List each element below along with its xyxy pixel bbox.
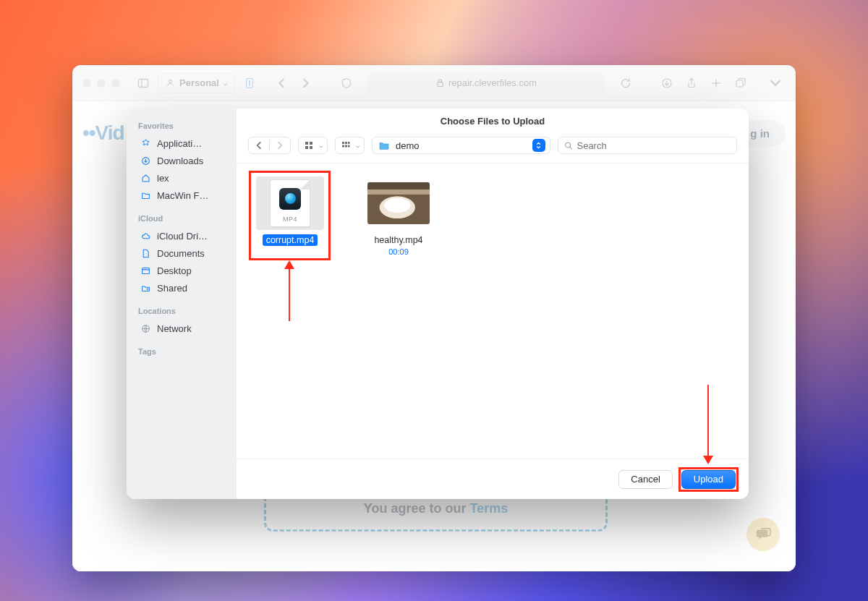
sidebar-item-documents[interactable]: Documents	[138, 244, 231, 262]
quicktime-icon	[279, 188, 301, 210]
annotation-arrow	[289, 265, 290, 321]
tab-overview-icon[interactable]	[731, 73, 751, 93]
sidebar-item-downloads[interactable]: Downloads	[138, 152, 231, 169]
minimize-dot[interactable]	[97, 79, 106, 88]
close-dot[interactable]	[82, 79, 91, 88]
doc-icon	[140, 247, 151, 259]
svg-rect-9	[142, 268, 149, 273]
dialog-toolbar: ⌵ ⌵ demo	[237, 131, 749, 163]
svg-point-2	[169, 80, 171, 82]
group-icon	[336, 137, 356, 153]
folder-icon	[140, 189, 151, 201]
search-field[interactable]	[558, 137, 738, 154]
svg-line-24	[569, 147, 571, 149]
sidebar-item-shared[interactable]: Shared	[138, 279, 231, 297]
safari-titlebar: Personal ⌵ repair.cleverfiles.com	[72, 65, 796, 101]
updown-icon	[532, 139, 545, 152]
folder-path-dropdown[interactable]: demo	[372, 137, 550, 154]
profile-button[interactable]: Personal ⌵	[158, 73, 235, 93]
download-icon	[140, 155, 151, 166]
svg-rect-14	[310, 142, 312, 145]
search-input[interactable]	[576, 140, 731, 151]
group-segment[interactable]: ⌵	[335, 137, 365, 154]
window-traffic-lights[interactable]	[82, 79, 120, 88]
svg-rect-22	[348, 145, 350, 148]
svg-rect-13	[305, 142, 308, 145]
share-icon[interactable]	[681, 73, 702, 93]
chevron-down-icon: ⌵	[356, 142, 364, 149]
sidebar-header-locations: Locations	[138, 307, 231, 315]
sidebar-toggle-icon[interactable]	[133, 73, 153, 93]
reload-icon[interactable]	[616, 73, 636, 93]
sidebar-item-icloud-drive[interactable]: iCloud Dri…	[138, 227, 231, 244]
sidebar-item-macwin[interactable]: MacWin F…	[138, 187, 231, 204]
video-thumbnail	[367, 182, 430, 224]
terms-text: You agree to our Terms	[364, 501, 508, 516]
shared-icon	[140, 282, 151, 294]
profile-label: Personal	[179, 77, 219, 88]
file-item-corrupt[interactable]: MP4 corrupt.mp4	[247, 176, 333, 246]
desktop-icon	[140, 265, 151, 276]
annotation-arrow	[707, 385, 709, 457]
site-logo: ••Vid	[82, 122, 124, 145]
url-host: repair.cleverfiles.com	[448, 77, 537, 88]
dialog-title: Choose Files to Upload	[237, 108, 749, 131]
new-tab-icon[interactable]	[706, 73, 726, 93]
globe-icon	[140, 323, 151, 334]
chat-icon[interactable]	[746, 518, 780, 551]
svg-rect-21	[345, 145, 347, 148]
annotation-arrowhead	[703, 456, 713, 464]
dialog-main: Choose Files to Upload ⌵ ⌵ demo	[237, 108, 749, 499]
file-name-label: healthy.mp4	[370, 234, 426, 246]
sidebar-item-applications[interactable]: Applicati…	[138, 135, 231, 152]
view-segment[interactable]: ⌵	[298, 137, 328, 154]
downloads-icon[interactable]	[657, 73, 677, 93]
sidebar-item-desktop[interactable]: Desktop	[138, 262, 231, 279]
svg-rect-19	[348, 142, 350, 144]
nav-segment	[248, 137, 291, 154]
folder-forward-icon[interactable]	[270, 137, 290, 153]
sidebar-item-network[interactable]: Network	[138, 320, 231, 337]
upload-button[interactable]: Upload	[681, 470, 736, 489]
reader-icon[interactable]	[239, 73, 260, 93]
sidebar-header-tags: Tags	[138, 347, 231, 356]
file-grid[interactable]: MP4 corrupt.mp4 healthy.mp4 00:09	[237, 163, 749, 459]
svg-rect-0	[139, 79, 148, 87]
dialog-sidebar: Favorites Applicati… Downloads lex MacWi…	[127, 108, 237, 499]
apps-icon	[140, 137, 151, 149]
sidebar-header-icloud: iCloud	[138, 214, 231, 223]
file-duration-label: 00:09	[355, 247, 442, 256]
url-bar[interactable]: repair.cleverfiles.com	[367, 72, 605, 94]
svg-rect-17	[342, 142, 344, 144]
svg-rect-18	[345, 142, 347, 144]
zoom-dot[interactable]	[111, 79, 120, 88]
nav-forward-icon[interactable]	[296, 73, 316, 93]
overflow-icon[interactable]	[765, 73, 786, 93]
terms-link[interactable]: Terms	[469, 501, 508, 516]
file-item-healthy[interactable]: healthy.mp4 00:09	[355, 176, 442, 256]
annotation-arrowhead	[284, 260, 294, 269]
file-chooser-dialog: Favorites Applicati… Downloads lex MacWi…	[127, 108, 749, 499]
file-ext-label: MP4	[271, 216, 310, 223]
folder-icon	[378, 140, 390, 150]
svg-rect-15	[305, 146, 308, 149]
grid-view-icon	[299, 137, 319, 153]
cancel-button[interactable]: Cancel	[618, 470, 672, 489]
svg-point-11	[146, 288, 148, 289]
nav-back-icon[interactable]	[271, 73, 292, 93]
svg-rect-20	[342, 145, 344, 148]
folder-name: demo	[396, 140, 420, 151]
home-icon	[140, 172, 151, 184]
sidebar-header-favorites: Favorites	[138, 122, 231, 130]
svg-rect-16	[310, 146, 312, 149]
svg-rect-5	[438, 82, 443, 87]
chevron-down-icon: ⌵	[319, 142, 327, 149]
svg-rect-7	[736, 80, 743, 87]
privacy-report-icon[interactable]	[336, 73, 357, 93]
cloud-icon	[140, 230, 151, 242]
sidebar-item-home[interactable]: lex	[138, 169, 231, 187]
folder-back-icon[interactable]	[249, 137, 269, 153]
file-name-label: corrupt.mp4	[263, 234, 318, 246]
dialog-footer: Cancel Upload	[237, 459, 749, 499]
